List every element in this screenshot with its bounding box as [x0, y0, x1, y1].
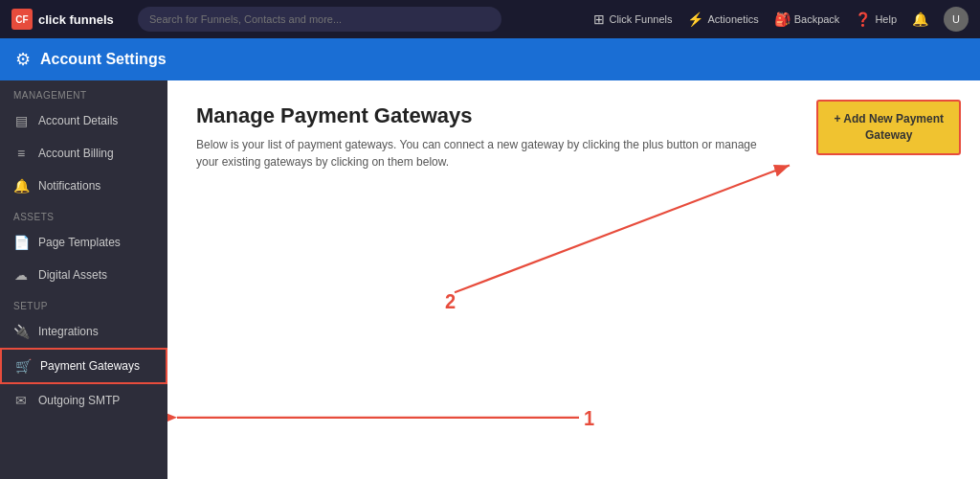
nav-backpack[interactable]: 🎒 Backpack — [774, 11, 840, 27]
click-funnels-icon: ⊞ — [593, 11, 605, 27]
integrations-icon: 🔌 — [13, 324, 29, 339]
digital-assets-icon: ☁ — [13, 267, 29, 283]
user-avatar[interactable]: U — [944, 7, 969, 32]
sidebar-item-label: Integrations — [38, 325, 99, 338]
settings-gear-icon: ⚙ — [15, 49, 31, 70]
sidebar: Management ▤ Account Details ≡ Account B… — [0, 80, 167, 479]
sidebar-item-account-details[interactable]: ▤ Account Details — [0, 104, 167, 137]
sidebar-item-account-billing[interactable]: ≡ Account Billing — [0, 137, 167, 170]
logo[interactable]: CF click funnels — [11, 9, 126, 30]
page-title: Account Settings — [40, 51, 167, 68]
sidebar-item-notifications[interactable]: 🔔 Notifications — [0, 170, 167, 202]
blue-header-bar: ⚙ Account Settings — [0, 38, 980, 80]
click-funnels-label: Click Funnels — [609, 13, 672, 25]
actionetics-icon: ⚡ — [687, 11, 703, 27]
management-section-label: Management — [0, 80, 167, 104]
notification-bell[interactable]: 🔔 — [912, 11, 928, 27]
sidebar-item-integrations[interactable]: 🔌 Integrations — [0, 315, 167, 348]
nav-actionetics[interactable]: ⚡ Actionetics — [687, 11, 758, 27]
sidebar-item-label: Notifications — [38, 179, 100, 193]
logo-icon: CF — [11, 9, 33, 30]
sidebar-item-label: Account Billing — [38, 147, 114, 160]
help-label: Help — [875, 13, 897, 25]
page-description: Below is your list of payment gateways. … — [196, 136, 770, 171]
arrow-2-line — [455, 166, 790, 293]
bell-icon: 🔔 — [912, 11, 928, 27]
sidebar-item-label: Outgoing SMTP — [38, 394, 120, 407]
nav-click-funnels[interactable]: ⊞ Click Funnels — [593, 11, 672, 27]
account-details-icon: ▤ — [13, 113, 29, 128]
navbar-right: ⊞ Click Funnels ⚡ Actionetics 🎒 Backpack… — [593, 7, 969, 32]
sidebar-item-payment-gateways[interactable]: 🛒 Payment Gateways — [0, 348, 167, 384]
main-layout: Management ▤ Account Details ≡ Account B… — [0, 80, 980, 479]
sidebar-item-label: Payment Gateways — [40, 359, 140, 373]
page-templates-icon: 📄 — [13, 235, 29, 250]
sidebar-item-label: Digital Assets — [38, 268, 107, 282]
setup-section-label: Setup — [0, 291, 167, 315]
sidebar-item-label: Page Templates — [38, 236, 121, 249]
search-bar[interactable] — [138, 7, 501, 32]
content-area: Manage Payment Gateways Below is your li… — [167, 80, 980, 479]
account-billing-icon: ≡ — [13, 146, 29, 161]
logo-text: click funnels — [38, 12, 114, 27]
backpack-icon: 🎒 — [774, 11, 791, 27]
assets-section-label: Assets — [0, 202, 167, 226]
sidebar-item-page-templates[interactable]: 📄 Page Templates — [0, 226, 167, 259]
help-icon: ❓ — [855, 11, 871, 27]
actionetics-label: Actionetics — [707, 13, 758, 25]
annotation-label-1: 1 — [584, 406, 594, 429]
add-button-line1: + Add New Payment — [834, 112, 944, 125]
add-new-payment-gateway-button[interactable]: + Add New Payment Gateway — [816, 100, 961, 155]
notifications-icon: 🔔 — [13, 178, 29, 194]
search-input[interactable] — [138, 7, 501, 32]
nav-help[interactable]: ❓ Help — [855, 11, 897, 27]
sidebar-item-outgoing-smtp[interactable]: ✉ Outgoing SMTP — [0, 384, 167, 417]
annotation-label-2: 2 — [445, 289, 456, 312]
payment-gateways-icon: 🛒 — [15, 358, 31, 374]
sidebar-item-digital-assets[interactable]: ☁ Digital Assets — [0, 259, 167, 291]
navbar: CF click funnels ⊞ Click Funnels ⚡ Actio… — [0, 0, 980, 38]
sidebar-item-label: Account Details — [38, 114, 118, 127]
outgoing-smtp-icon: ✉ — [13, 393, 29, 408]
backpack-label: Backpack — [794, 13, 840, 25]
add-button-line2: Gateway — [865, 128, 912, 142]
